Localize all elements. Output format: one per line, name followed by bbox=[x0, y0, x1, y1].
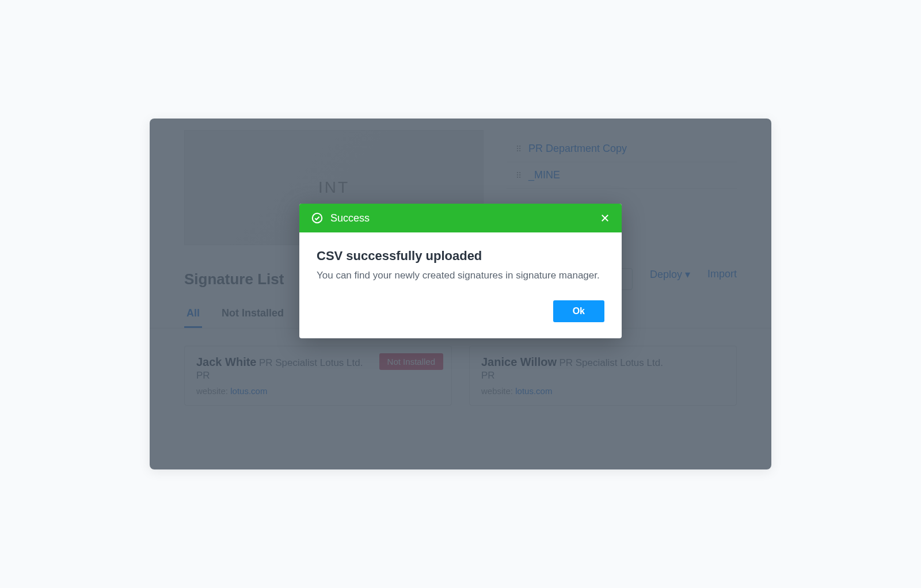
ok-button[interactable]: Ok bbox=[553, 300, 604, 322]
modal-body: CSV successfully uploaded You can find y… bbox=[299, 232, 622, 295]
modal-header-label: Success bbox=[330, 212, 370, 224]
close-icon[interactable] bbox=[600, 213, 610, 223]
modal-overlay: Success CSV successfully uploaded You ca… bbox=[150, 119, 771, 469]
success-check-icon bbox=[311, 212, 324, 224]
modal-title: CSV successfully uploaded bbox=[317, 249, 604, 264]
modal-footer: Ok bbox=[299, 295, 622, 338]
modal-text: You can find your newly created signatur… bbox=[317, 268, 604, 283]
success-modal: Success CSV successfully uploaded You ca… bbox=[299, 204, 622, 338]
modal-header: Success bbox=[299, 204, 622, 232]
app-window: INT ⠿ PR Department Copy ⠿ _MINE Signatu… bbox=[150, 119, 771, 469]
